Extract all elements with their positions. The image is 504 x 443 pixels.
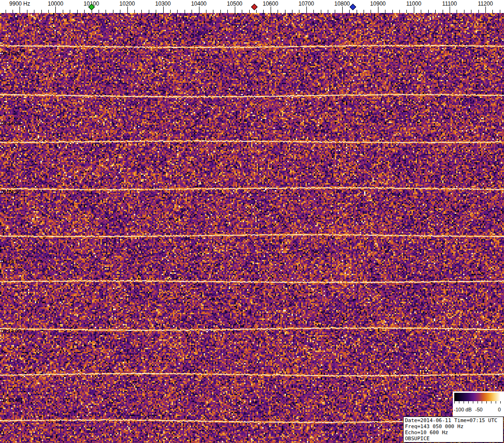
freq-tick [371, 10, 371, 13]
freq-tick [428, 10, 429, 13]
freq-tick [478, 10, 479, 13]
freq-tick [27, 10, 27, 13]
freq-tick [242, 10, 242, 13]
freq-tick [149, 10, 149, 13]
freq-tick [313, 10, 314, 13]
freq-tick [278, 10, 278, 13]
freq-tick [163, 7, 164, 13]
frequency-scale: 9900 Hz100001010010200103001040010500106… [0, 0, 504, 13]
freq-tick [227, 10, 228, 13]
freq-tick [70, 10, 70, 13]
freq-tick [55, 7, 56, 13]
freq-scale-label: 10400 [191, 1, 206, 7]
freq-tick [63, 10, 63, 13]
freq-marker-blue[interactable] [350, 4, 356, 10]
freq-tick [199, 7, 199, 13]
freq-tick [485, 7, 486, 13]
spectrogram-canvas [0, 13, 504, 443]
freq-tick [342, 7, 343, 13]
freq-tick [20, 7, 20, 13]
freq-tick [13, 10, 13, 13]
freq-tick [457, 10, 457, 13]
freq-tick [156, 10, 156, 13]
freq-scale-label: 10600 [263, 1, 278, 7]
freq-tick [34, 10, 34, 13]
freq-tick [127, 7, 128, 13]
freq-tick [206, 10, 206, 13]
freq-tick [443, 10, 443, 13]
freq-scale-label: 10500 [227, 1, 242, 7]
freq-tick [306, 7, 307, 13]
info-box: Date=2014-06-11 Time=07:15 UTC Freq=143 … [403, 417, 504, 443]
freq-scale-label: 10000 [48, 1, 63, 7]
freq-scale-label: 11000 [406, 1, 421, 7]
colorbar-max-label: 0 [498, 407, 501, 412]
info-line-freq: Freq=143 050 000 Hz [405, 423, 502, 430]
freq-scale-label: 10200 [119, 1, 135, 7]
freq-tick [450, 7, 450, 13]
freq-tick [192, 10, 192, 13]
freq-scale-label: 11100 [442, 1, 457, 7]
time-label: 09:14:15 [1, 259, 21, 264]
freq-tick [113, 10, 113, 13]
freq-tick [292, 10, 292, 13]
freq-tick [492, 10, 493, 13]
freq-tick [464, 10, 464, 13]
freq-tick [256, 10, 257, 13]
freq-scale-label: 9900 Hz [9, 1, 30, 7]
time-label: 09:14:30 [1, 190, 21, 195]
freq-tick [263, 10, 264, 13]
freq-marker-red[interactable] [251, 4, 258, 10]
freq-tick [378, 7, 378, 13]
freq-scale-label: 11200 [478, 1, 493, 7]
freq-tick [406, 10, 407, 13]
freq-tick [500, 10, 500, 13]
colorbar-min-label: -100 dB [454, 407, 472, 412]
info-line-echo: Echo=10 600 Hz [405, 430, 502, 436]
time-label: 09:13:45 [1, 398, 21, 403]
freq-scale-label: 10300 [155, 1, 171, 7]
freq-scale-label: 10800 [334, 1, 350, 7]
freq-tick [77, 10, 78, 13]
freq-tick [285, 10, 285, 13]
freq-tick [84, 10, 85, 13]
freq-tick [328, 10, 328, 13]
freq-scale-label: 10900 [370, 1, 385, 7]
info-line-station: OBSUPICE [405, 436, 502, 442]
freq-tick [120, 10, 120, 13]
freq-tick [177, 10, 178, 13]
freq-tick [349, 10, 350, 13]
freq-tick [106, 10, 106, 13]
freq-tick [414, 7, 414, 13]
freq-tick [299, 10, 299, 13]
freq-tick [471, 10, 471, 13]
freq-tick [134, 10, 135, 13]
freq-tick [6, 10, 6, 13]
freq-tick [271, 7, 271, 13]
spectrogram-plot: -100 dB -50 0 Date=2014-06-11 Time=07:15… [0, 13, 504, 443]
freq-tick [220, 10, 221, 13]
freq-tick [141, 10, 142, 13]
time-label: 09:14:00 [1, 329, 21, 334]
freq-tick [392, 10, 393, 13]
freq-tick [213, 10, 213, 13]
colorbar-gradient [454, 393, 501, 405]
time-label: 09:15:00 [1, 51, 21, 56]
spectrogram-app: 9900 Hz100001010010200103001040010500106… [0, 0, 504, 443]
freq-tick [235, 7, 235, 13]
freq-tick [48, 10, 49, 13]
freq-tick [364, 10, 364, 13]
colorbar-mid-label: -50 [475, 407, 483, 412]
freq-scale-label: 10700 [298, 1, 314, 7]
freq-tick [99, 10, 99, 13]
info-line-date: Date=2014-06-11 Time=07:15 UTC [405, 417, 502, 423]
freq-tick [41, 10, 42, 13]
freq-tick [399, 10, 400, 13]
freq-tick [435, 10, 436, 13]
time-label: 09:14:45 [1, 121, 21, 126]
freq-tick [385, 10, 385, 13]
freq-tick [249, 10, 250, 13]
freq-tick [357, 10, 357, 13]
freq-tick [185, 10, 185, 13]
freq-tick [321, 10, 321, 13]
